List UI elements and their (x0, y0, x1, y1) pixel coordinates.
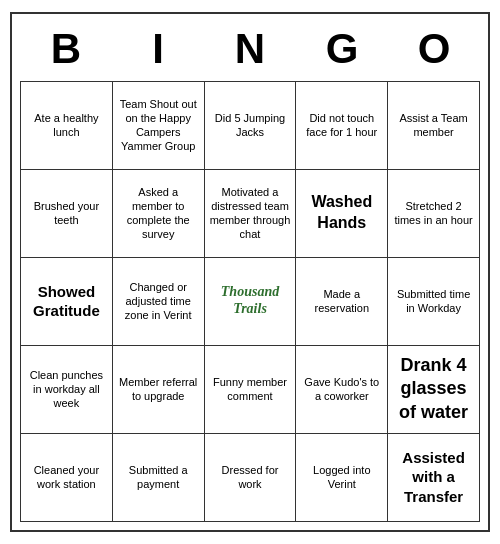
letter-i: I (112, 22, 204, 76)
bingo-cell-20[interactable]: Cleaned your work station (21, 434, 113, 522)
bingo-cell-22[interactable]: Dressed for work (205, 434, 297, 522)
bingo-grid: Ate a healthy lunchTeam Shout out on the… (20, 81, 480, 522)
bingo-cell-8[interactable]: Washed Hands (296, 170, 388, 258)
bingo-cell-12[interactable]: ThousandTrails (205, 258, 297, 346)
letter-o: O (388, 22, 480, 76)
bingo-cell-24[interactable]: Assisted with a Transfer (388, 434, 480, 522)
bingo-cell-16[interactable]: Member referral to upgrade (113, 346, 205, 434)
letter-g: G (296, 22, 388, 76)
bingo-cell-14[interactable]: Submitted time in Workday (388, 258, 480, 346)
bingo-cell-11[interactable]: Changed or adjusted time zone in Verint (113, 258, 205, 346)
letter-b: B (20, 22, 112, 76)
bingo-cell-3[interactable]: Did not touch face for 1 hour (296, 82, 388, 170)
bingo-cell-10[interactable]: Showed Gratitude (21, 258, 113, 346)
letter-n: N (204, 22, 296, 76)
bingo-cell-19[interactable]: Drank 4 glasses of water (388, 346, 480, 434)
bingo-cell-21[interactable]: Submitted a payment (113, 434, 205, 522)
bingo-cell-18[interactable]: Gave Kudo's to a coworker (296, 346, 388, 434)
bingo-cell-9[interactable]: Stretched 2 times in an hour (388, 170, 480, 258)
bingo-cell-6[interactable]: Asked a member to complete the survey (113, 170, 205, 258)
bingo-cell-4[interactable]: Assist a Team member (388, 82, 480, 170)
bingo-cell-1[interactable]: Team Shout out on the Happy Campers Yamm… (113, 82, 205, 170)
bingo-card: B I N G O Ate a healthy lunchTeam Shout … (10, 12, 490, 531)
bingo-cell-5[interactable]: Brushed your teeth (21, 170, 113, 258)
bingo-header: B I N G O (20, 22, 480, 76)
bingo-cell-2[interactable]: Did 5 Jumping Jacks (205, 82, 297, 170)
bingo-cell-7[interactable]: Motivated a distressed team member throu… (205, 170, 297, 258)
bingo-cell-17[interactable]: Funny member comment (205, 346, 297, 434)
bingo-cell-13[interactable]: Made a reservation (296, 258, 388, 346)
bingo-cell-15[interactable]: Clean punches in workday all week (21, 346, 113, 434)
bingo-cell-23[interactable]: Logged into Verint (296, 434, 388, 522)
bingo-cell-0[interactable]: Ate a healthy lunch (21, 82, 113, 170)
